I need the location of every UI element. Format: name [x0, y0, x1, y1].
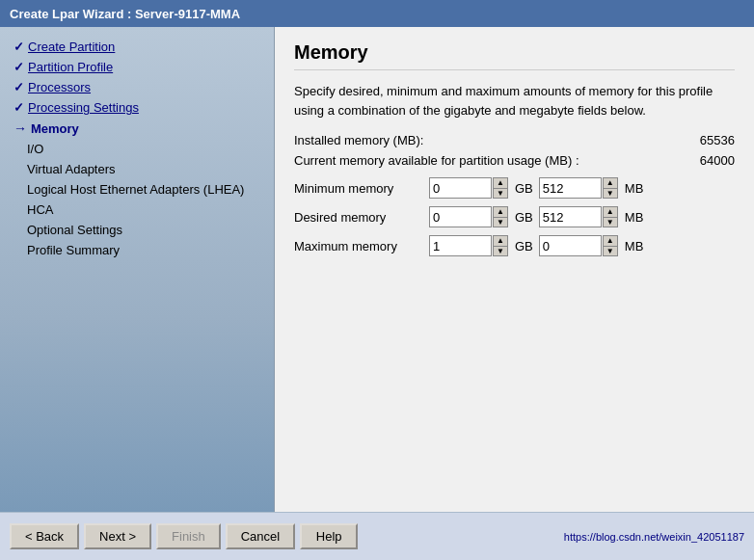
minimum-memory-row: Minimum memory ▲ ▼ GB ▲ ▼ MB — [294, 177, 735, 199]
sidebar-item-memory[interactable]: → Memory — [0, 118, 274, 139]
sidebar-item-processing-settings[interactable]: ✓ Processing Settings — [0, 97, 274, 118]
sidebar-label-virtual-adapters: Virtual Adapters — [27, 162, 116, 176]
content-panel: Memory Specify desired, minimum and maxi… — [275, 27, 754, 512]
title-bar: Create Lpar Wizard : Server-9117-MMA — [0, 0, 754, 27]
sidebar-item-processors[interactable]: ✓ Processors — [0, 77, 274, 97]
desired-gb-input[interactable] — [429, 206, 492, 227]
sidebar-label-profile-summary: Profile Summary — [27, 243, 120, 257]
desired-gb-spinner-buttons: ▲ ▼ — [493, 206, 508, 227]
minimum-gb-spinner: ▲ ▼ — [429, 177, 508, 199]
help-button[interactable]: Help — [300, 523, 358, 549]
sidebar-link-processors[interactable]: Processors — [28, 80, 91, 94]
finish-button[interactable]: Finish — [156, 523, 221, 549]
minimum-memory-label: Minimum memory — [294, 181, 429, 196]
sidebar-label-lhea: Logical Host Ethernet Adapters (LHEA) — [27, 182, 244, 197]
maximum-mb-up-btn[interactable]: ▲ — [603, 235, 618, 246]
sidebar-item-optional-settings[interactable]: Optional Settings — [0, 220, 274, 240]
sidebar-item-create-partition[interactable]: ✓ Create Partition — [0, 37, 274, 57]
title-bar-label: Create Lpar Wizard : Server-9117-MMA — [10, 7, 240, 21]
minimum-mb-input[interactable] — [539, 177, 602, 199]
memory-grid: Minimum memory ▲ ▼ GB ▲ ▼ MB — [294, 177, 735, 256]
minimum-mb-down-btn[interactable]: ▼ — [603, 188, 618, 199]
sidebar-link-processing-settings[interactable]: Processing Settings — [28, 100, 139, 115]
maximum-gb-up-btn[interactable]: ▲ — [493, 235, 508, 246]
bottom-bar: < Back Next > Finish Cancel Help https:/… — [0, 512, 754, 560]
maximum-gb-spinner: ▲ ▼ — [429, 235, 508, 256]
installed-memory-value: 65536 — [700, 133, 735, 147]
checkmark-icon: ✓ — [13, 80, 24, 94]
sidebar-item-lhea[interactable]: Logical Host Ethernet Adapters (LHEA) — [0, 179, 274, 200]
maximum-gb-unit: GB — [515, 239, 533, 253]
bottom-url: https://blog.csdn.net/weixin_42051187 — [564, 531, 744, 543]
maximum-mb-spinner-buttons: ▲ ▼ — [603, 235, 618, 256]
back-button[interactable]: < Back — [10, 523, 79, 549]
description-text: Specify desired, minimum and maximum amo… — [294, 82, 735, 120]
cancel-button[interactable]: Cancel — [226, 523, 295, 549]
sidebar-item-virtual-adapters[interactable]: Virtual Adapters — [0, 159, 274, 179]
minimum-mb-unit: MB — [625, 181, 644, 196]
maximum-memory-row: Maximum memory ▲ ▼ GB ▲ ▼ MB — [294, 235, 735, 256]
maximum-memory-label: Maximum memory — [294, 239, 429, 253]
sidebar-link-create-partition[interactable]: Create Partition — [28, 40, 115, 54]
maximum-mb-down-btn[interactable]: ▼ — [603, 246, 618, 256]
arrow-icon: → — [13, 120, 27, 136]
maximum-gb-down-btn[interactable]: ▼ — [493, 246, 508, 256]
maximum-mb-unit: MB — [625, 239, 644, 253]
sidebar: ✓ Create Partition ✓ Partition Profile ✓… — [0, 27, 275, 512]
current-memory-label: Current memory available for partition u… — [294, 153, 579, 168]
minimum-mb-spinner: ▲ ▼ — [539, 177, 618, 199]
desired-gb-down-btn[interactable]: ▼ — [493, 217, 508, 227]
checkmark-icon: ✓ — [13, 60, 24, 74]
sidebar-label-hca: HCA — [27, 202, 53, 217]
sidebar-label-optional-settings: Optional Settings — [27, 223, 122, 237]
minimum-gb-up-btn[interactable]: ▲ — [493, 177, 508, 188]
sidebar-item-io[interactable]: I/O — [0, 139, 274, 159]
minimum-mb-up-btn[interactable]: ▲ — [603, 177, 618, 188]
sidebar-label-io: I/O — [27, 142, 43, 156]
minimum-gb-input[interactable] — [429, 177, 492, 199]
sidebar-item-hca[interactable]: HCA — [0, 200, 274, 220]
installed-memory-label: Installed memory (MB): — [294, 133, 423, 147]
desired-gb-unit: GB — [515, 210, 533, 225]
maximum-gb-input[interactable] — [429, 235, 492, 256]
maximum-mb-input[interactable] — [539, 235, 602, 256]
sidebar-link-partition-profile[interactable]: Partition Profile — [28, 60, 113, 74]
desired-mb-spinner-buttons: ▲ ▼ — [603, 206, 618, 227]
checkmark-icon: ✓ — [13, 40, 24, 54]
bottom-buttons: < Back Next > Finish Cancel Help — [10, 523, 358, 549]
desired-memory-row: Desired memory ▲ ▼ GB ▲ ▼ MB — [294, 206, 735, 227]
installed-memory-row: Installed memory (MB): 65536 — [294, 133, 735, 147]
checkmark-icon: ✓ — [13, 100, 24, 115]
minimum-gb-down-btn[interactable]: ▼ — [493, 188, 508, 199]
desired-mb-spinner: ▲ ▼ — [539, 206, 618, 227]
main-container: ✓ Create Partition ✓ Partition Profile ✓… — [0, 27, 754, 512]
desired-mb-down-btn[interactable]: ▼ — [603, 217, 618, 227]
minimum-gb-unit: GB — [515, 181, 533, 196]
desired-mb-up-btn[interactable]: ▲ — [603, 206, 618, 217]
desired-memory-label: Desired memory — [294, 210, 429, 225]
current-memory-value: 64000 — [700, 153, 735, 168]
sidebar-label-memory: Memory — [31, 121, 79, 136]
minimum-mb-spinner-buttons: ▲ ▼ — [603, 177, 618, 199]
sidebar-item-partition-profile[interactable]: ✓ Partition Profile — [0, 57, 274, 77]
desired-mb-input[interactable] — [539, 206, 602, 227]
desired-gb-up-btn[interactable]: ▲ — [493, 206, 508, 217]
next-button[interactable]: Next > — [84, 523, 151, 549]
maximum-mb-spinner: ▲ ▼ — [539, 235, 618, 256]
desired-gb-spinner: ▲ ▼ — [429, 206, 508, 227]
current-memory-row: Current memory available for partition u… — [294, 153, 735, 168]
minimum-gb-spinner-buttons: ▲ ▼ — [493, 177, 508, 199]
content-title: Memory — [294, 41, 735, 70]
desired-mb-unit: MB — [625, 210, 644, 225]
sidebar-item-profile-summary[interactable]: Profile Summary — [0, 240, 274, 260]
maximum-gb-spinner-buttons: ▲ ▼ — [493, 235, 508, 256]
